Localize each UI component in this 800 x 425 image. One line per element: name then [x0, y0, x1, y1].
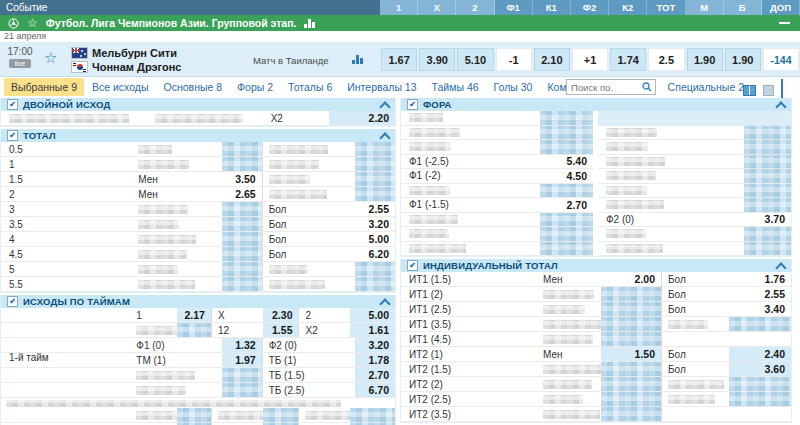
bet-over-label[interactable]: Бол [661, 347, 729, 361]
bet-under-label[interactable]: Мен [541, 347, 601, 361]
bet-under-label[interactable]: Мен [133, 187, 222, 201]
bet-under-odds[interactable]: 2.65 [222, 187, 262, 201]
bet-over-label[interactable]: Бол [262, 217, 356, 231]
bet-label[interactable]: Ф2 (0) [598, 213, 744, 227]
checkbox-checked-icon[interactable]: ✔ [7, 99, 18, 110]
bet-odds[interactable]: 1.97 [222, 353, 262, 367]
tab-totals[interactable]: Тоталы 6 [281, 78, 339, 96]
bet-over-odds[interactable]: 2.55 [729, 287, 791, 301]
bet-odds[interactable]: 4.50 [540, 169, 593, 183]
two-column-view-icon[interactable] [743, 85, 756, 96]
match-stats-icon[interactable] [352, 54, 363, 64]
match-odds-f2[interactable]: +1 [572, 48, 608, 71]
match-odds-tot[interactable]: 2.5 [648, 48, 684, 71]
bet-label[interactable]: X2 [298, 323, 350, 337]
bet-over-odds[interactable]: 3.20 [355, 217, 395, 231]
bet-under-odds[interactable]: 1.50 [601, 347, 661, 361]
match-odds-m[interactable]: 1.90 [687, 48, 723, 71]
bet-under-odds[interactable]: 3.50 [222, 172, 262, 186]
match-odds-dop[interactable]: -144 [763, 48, 799, 71]
bet-label[interactable]: ТБ (2.5) [262, 383, 356, 397]
bet-label[interactable]: 1 [130, 308, 177, 322]
tab-selected[interactable]: Выбранные 9 [4, 78, 84, 96]
bet-label[interactable]: 2 [298, 308, 350, 322]
bet-label[interactable]: Ф1 (0) [130, 338, 222, 352]
checkbox-checked-icon[interactable]: ✔ [407, 99, 418, 110]
section-halves-header[interactable]: ✔ ИСХОДЫ ПО ТАЙМАМ [1, 295, 395, 308]
tab-main[interactable]: Основные 8 [157, 78, 230, 96]
match-odds-f1[interactable]: -1 [496, 48, 532, 71]
bet-over-label[interactable]: Бол [661, 302, 729, 316]
bet-odds[interactable]: 2.70 [540, 198, 593, 212]
bet-label[interactable]: ТМ (1) [130, 353, 222, 367]
favorite-league-star-icon[interactable]: ☆ [27, 17, 38, 29]
match-odds-k1[interactable]: 2.10 [534, 48, 570, 71]
bet-label[interactable]: ТБ (1.5) [262, 368, 356, 382]
search-input[interactable] [567, 81, 639, 94]
team-away-line[interactable]: Чоннам Дрэгонс [72, 60, 181, 74]
checkbox-checked-icon[interactable]: ✔ [407, 260, 418, 271]
bet-odds[interactable]: 3.20 [355, 338, 395, 352]
bet-under-label[interactable]: Мен [541, 272, 601, 286]
match-odds-2[interactable]: 5.10 [457, 48, 493, 71]
bet-odds[interactable]: 2.70 [355, 368, 395, 382]
team-home-line[interactable]: Мельбурн Сити [72, 46, 181, 60]
bet-over-odds[interactable]: 5.00 [355, 232, 395, 246]
checkbox-checked-icon[interactable]: ✔ [7, 130, 18, 141]
collapse-all-icon[interactable] [781, 81, 792, 99]
bet-label[interactable]: X2 [265, 111, 330, 125]
bet-under-odds[interactable]: 2.00 [601, 272, 661, 286]
team-away-name[interactable]: Чоннам Дрэгонс [92, 61, 181, 73]
section-total-header[interactable]: ✔ ТОТАЛ [1, 129, 395, 142]
tab-handicaps[interactable]: Форы 2 [230, 78, 280, 96]
bet-odds[interactable]: 3.70 [744, 213, 791, 227]
bet-over-odds[interactable]: 2.40 [729, 347, 791, 361]
bet-over-odds[interactable]: 3.40 [729, 302, 791, 316]
teams-block[interactable]: Мельбурн Сити Чоннам Дрэгонс [72, 46, 181, 74]
bet-label[interactable]: X [211, 308, 263, 322]
bet-odds[interactable]: 2.30 [263, 308, 299, 322]
match-odds-b[interactable]: 1.90 [725, 48, 761, 71]
bet-odds[interactable]: 1.32 [222, 338, 262, 352]
match-odds-1[interactable]: 1.67 [381, 48, 417, 71]
tab-all[interactable]: Все исходы [85, 78, 156, 96]
favorite-match-star-icon[interactable]: ☆ [44, 50, 57, 65]
bet-under-label[interactable]: Мен [133, 172, 222, 186]
tab-special[interactable]: Специальные 2 [661, 78, 751, 96]
bet-odds[interactable]: 5.40 [540, 155, 593, 169]
tab-intervals[interactable]: Интервалы 13 [340, 78, 423, 96]
bet-odds[interactable]: 5.00 [350, 308, 395, 322]
bet-odds[interactable]: 1.55 [263, 323, 299, 337]
bet-odds[interactable]: 2.17 [177, 308, 211, 322]
bet-label[interactable]: 12 [211, 323, 263, 337]
bet-over-label[interactable]: Бол [661, 272, 729, 286]
collapse-league-icon[interactable] [779, 22, 790, 24]
bet-over-odds[interactable]: 2.55 [355, 202, 395, 216]
bet-over-odds[interactable]: 3.60 [729, 362, 791, 376]
team-home-name[interactable]: Мельбурн Сити [92, 47, 177, 59]
search-icon[interactable] [639, 82, 655, 92]
bet-over-odds[interactable]: 1.76 [729, 272, 791, 286]
bet-label[interactable]: Ф1 (-2.5) [401, 155, 540, 169]
bet-odds[interactable]: 1.78 [355, 353, 395, 367]
bet-over-label[interactable]: Бол [661, 287, 729, 301]
bet-label[interactable]: Ф1 (-2) [401, 169, 540, 183]
tab-goals[interactable]: Голы 30 [487, 78, 540, 96]
bet-over-label[interactable]: Бол [262, 202, 356, 216]
section-double-chance-header[interactable]: ✔ ДВОЙНОЙ ИСХОД [1, 98, 395, 111]
bet-label[interactable]: Ф2 (0) [262, 338, 356, 352]
bet-over-label[interactable]: Бол [262, 232, 356, 246]
bet-odds[interactable]: 6.70 [355, 383, 395, 397]
bet-label[interactable]: Ф1 (-1.5) [401, 198, 540, 212]
bet-odds[interactable]: 1.61 [350, 323, 395, 337]
bet-label[interactable]: ТБ (1) [262, 353, 356, 367]
bet-over-label[interactable]: Бол [262, 247, 356, 261]
section-handicap-header[interactable]: ✔ ФОРА [401, 98, 791, 111]
checkbox-checked-icon[interactable]: ✔ [7, 296, 18, 307]
match-odds-x[interactable]: 3.90 [419, 48, 455, 71]
bet-over-odds[interactable]: 6.20 [355, 247, 395, 261]
bet-over-label[interactable]: Бол [661, 362, 729, 376]
one-column-view-icon[interactable] [763, 85, 774, 96]
market-search[interactable] [566, 79, 656, 95]
section-individual-total-header[interactable]: ✔ ИНДИВИДУАЛЬНЫЙ ТОТАЛ [401, 259, 791, 272]
